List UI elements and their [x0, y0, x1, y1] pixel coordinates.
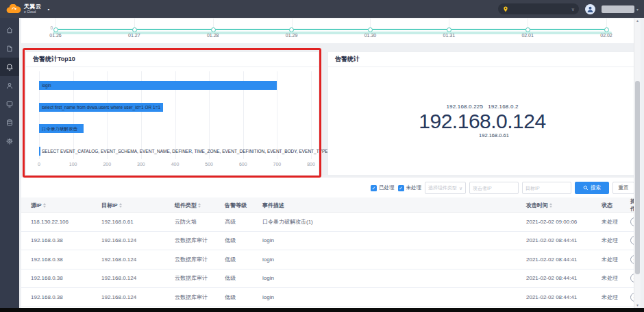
target-ip-input[interactable]: [522, 182, 571, 194]
column-header[interactable]: 攻击时间: [526, 202, 602, 209]
sidebar-item-settings[interactable]: [0, 132, 19, 150]
alert-top10-panel: 告警统计Top10 loginselect first_name from dv…: [25, 51, 319, 176]
table-cell: 2021-02-02 08:44:41: [526, 237, 602, 243]
top-navbar: 天翼云 e Cloud • ∨ ▾: [0, 0, 644, 18]
timeline-gridline: [449, 19, 449, 28]
timeline-gridline: [55, 19, 56, 28]
table-cell: login: [262, 256, 526, 263]
table-cell: login: [262, 237, 526, 243]
sidebar-item-monitor[interactable]: [0, 95, 19, 113]
table-cell: 2021-02-02 08:44:41: [526, 294, 602, 300]
table-cell: 118.130.22.106: [31, 219, 101, 225]
table-row: 192.168.0.38192.168.0.124云数据库审计低级login20…: [21, 288, 637, 307]
attacker-ip-input[interactable]: [469, 182, 519, 194]
column-header[interactable]: 源IP: [31, 202, 101, 209]
timeline-tick-label: 02.01: [521, 33, 534, 38]
x-axis-tick-label: 200: [103, 162, 111, 167]
timeline-dot[interactable]: [289, 27, 294, 32]
checkbox-unprocessed[interactable]: ✓ 未处理: [398, 184, 422, 191]
panel-title-top10: 告警统计Top10: [26, 52, 319, 67]
user-shield-icon: [5, 82, 14, 90]
table-cell: 2021-02-02 08:44:41: [526, 275, 602, 281]
timeline-dot[interactable]: [525, 27, 530, 32]
timeline-dot[interactable]: [604, 27, 609, 32]
table-cell: 未处理: [602, 256, 630, 263]
table-cell: 口令暴力破解攻击(1): [262, 218, 526, 226]
user-menu[interactable]: ▾: [602, 5, 639, 13]
table-cell: 192.168.0.61: [101, 219, 175, 225]
timeline-line: [55, 29, 606, 30]
table-cell: 192.168.0.124: [101, 256, 175, 263]
checkbox-label: 已处理: [379, 184, 395, 191]
date-timeline: 0 01.2601.2701.2801.2901.3001.3102.0102.…: [21, 19, 636, 43]
sort-icon[interactable]: [198, 203, 201, 208]
timeline-dot[interactable]: [211, 27, 216, 32]
column-header[interactable]: 组件类型: [175, 202, 225, 209]
table-cell: 2021-02-02 08:44:41: [526, 256, 602, 263]
wordcloud-item-main[interactable]: 192.168.0.124: [419, 111, 545, 132]
column-header-label: 目标IP: [101, 202, 118, 209]
gear-icon: [5, 137, 14, 145]
brand-name: 天翼云: [24, 4, 42, 10]
checkbox-checked-icon: ✓: [398, 185, 404, 191]
wordcloud-item[interactable]: 192.168.0.2: [488, 104, 518, 110]
chart-bar: [39, 147, 40, 156]
brand-logo[interactable]: 天翼云 e Cloud •: [5, 4, 49, 14]
scrollbar-thumb[interactable]: [635, 81, 640, 274]
x-axis-tick-label: 0: [38, 162, 40, 167]
component-type-select[interactable]: 选择组件类型 ∨: [425, 182, 466, 194]
timeline-tick-label: 01.31: [443, 33, 456, 38]
timeline-dot[interactable]: [368, 27, 373, 32]
timeline-dot[interactable]: [53, 27, 58, 32]
column-header-label: 告警等级: [225, 202, 247, 209]
sort-icon[interactable]: [119, 203, 122, 208]
sidebar-item-alerts[interactable]: [0, 58, 19, 76]
scroll-up-icon[interactable]: ▲: [634, 18, 641, 23]
sidebar-item-database[interactable]: [0, 113, 19, 132]
search-button[interactable]: 搜索: [575, 182, 609, 194]
x-axis-tick-label: 500: [205, 162, 213, 167]
timeline-tick-label: 02.02: [600, 33, 612, 38]
table-row: 192.168.0.38192.168.0.124云数据库审计低级login20…: [21, 269, 637, 289]
wordcloud-item[interactable]: 192.168.0.61: [479, 133, 509, 139]
column-header[interactable]: 目标IP: [101, 202, 175, 209]
x-axis-tick-label: 300: [137, 162, 145, 167]
location-pin-icon: [502, 5, 509, 13]
timeline-tick-label: 01.27: [128, 33, 140, 38]
table-cell: 192.168.0.38: [31, 294, 101, 300]
sort-icon[interactable]: [549, 203, 552, 208]
sidebar-item-assets[interactable]: [0, 39, 19, 58]
table-cell: 云数据库审计: [175, 293, 225, 301]
timeline-dot[interactable]: [447, 27, 451, 32]
timeline-dot[interactable]: [132, 27, 137, 32]
sidebar-item-home[interactable]: [0, 21, 19, 39]
sidebar-item-security[interactable]: [0, 76, 19, 95]
checkbox-processed[interactable]: ✓ 已处理: [371, 184, 395, 191]
column-header-label: 源IP: [31, 202, 42, 209]
table-cell: 低级: [225, 293, 262, 301]
timeline-tick-label: 01.30: [364, 33, 377, 38]
reset-button[interactable]: 重置: [612, 182, 634, 194]
region-selector[interactable]: ∨: [498, 3, 579, 14]
chart-bar-label: select first_name from dvwa.users where …: [42, 103, 160, 112]
table-cell: 192.168.0.124: [101, 237, 175, 243]
monitor-icon: [5, 100, 14, 108]
cloud-logo-icon: [5, 4, 21, 14]
filter-bar: ✓ 已处理 ✓ 未处理 选择组件类型 ∨ 搜索 重置: [371, 181, 634, 195]
wordcloud-item[interactable]: 192.168.0.225: [446, 104, 483, 110]
timeline-gridline: [213, 19, 214, 28]
vertical-scrollbar[interactable]: ▲ ▼: [634, 18, 641, 308]
table-cell: 192.168.0.38: [31, 256, 101, 263]
database-icon: [5, 119, 14, 127]
avatar[interactable]: [585, 4, 595, 14]
search-button-label: 搜索: [591, 184, 601, 191]
timeline-tick-label: 01.26: [49, 33, 62, 38]
sort-icon[interactable]: [43, 203, 46, 208]
table-cell: 未处理: [602, 218, 630, 226]
alert-stats-panel: 告警统计 192.168.0.225 192.168.0.2 192.168.0…: [327, 51, 637, 176]
brand-subtitle: e Cloud: [24, 10, 42, 14]
chart-bar: [39, 81, 277, 90]
table-cell: 未处理: [602, 237, 630, 244]
column-header-label: 组件类型: [175, 202, 197, 209]
scroll-down-icon[interactable]: ▼: [634, 302, 641, 308]
